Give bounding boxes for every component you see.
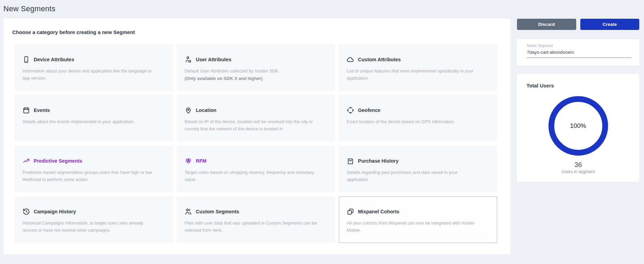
category-title: Location [196,108,216,113]
user-badge-icon [185,56,192,63]
shopping-bag-icon [347,157,354,165]
category-card-purchase-history[interactable]: Purchase HistoryDetails regarding past p… [339,146,497,192]
category-title: Custom Segments [196,209,239,214]
category-card-header: Purchase History [347,157,489,165]
category-description: All your cohorts from Mixpanel can now b… [347,219,489,234]
users-icon [185,208,192,215]
category-description: Prediction based segmentation groups use… [22,169,165,183]
location-pin-icon [185,106,192,114]
category-card-geofence[interactable]: GeofenceExact location of the device bas… [339,95,497,142]
category-title: Purchase History [358,158,398,164]
category-title: Predictive Segments [34,158,82,164]
overlap-squares-icon [347,208,354,215]
category-card-header: Custom Segments [185,208,327,215]
category-card-header: Location [185,106,327,114]
discard-button[interactable]: Discard [517,19,576,30]
total-users-title: Total Users [527,83,630,88]
category-title: Device Attributes [34,57,74,62]
history-clock-icon [22,208,30,215]
category-title: Campaign History [34,209,76,214]
category-card-custom-segments[interactable]: Custom SegmentsFiles with user data that… [177,196,335,243]
cloud-icon [347,56,354,63]
geofence-icon [347,106,354,114]
category-title: Mixpanel Cohorts [358,209,399,214]
category-card-header: Events [22,106,165,114]
category-card-custom-attributes[interactable]: Custom AttributesList of unique features… [339,44,497,91]
category-description: List of unique features that were implem… [347,67,489,82]
category-card-header: Campaign History [22,208,165,215]
panel-subtitle: Choose a category before creating a new … [12,29,135,35]
category-grid: Device AttributesInformation about your … [15,44,497,243]
category-description: Details regarding past purchases and dat… [347,169,489,183]
category-card-header: User Attributes [185,56,327,63]
name-segment-label: Name Segment [527,44,631,48]
category-card-predictive-segments[interactable]: Predictive SegmentsPrediction based segm… [15,146,173,192]
category-description-note: (Only available on SDK X and higher) [185,75,327,82]
page-title: New Segments [3,4,56,13]
categories-panel: Choose a category before creating a new … [3,18,511,254]
category-card-header: Custom Attributes [347,56,489,63]
category-title: User Attributes [196,57,231,62]
category-description: Target users based on shopping recency, … [185,169,327,183]
category-card-device-attributes[interactable]: Device AttributesInformation about your … [15,44,173,91]
category-description: Details about the events implemented in … [22,118,165,125]
name-segment-input[interactable] [527,48,631,58]
category-description: Files with user data that was uploaded i… [185,219,327,234]
category-description: Default User Attributes collected by Ins… [185,67,327,75]
total-users-card: Total Users 100% 36 Users in segment [517,74,639,182]
create-button[interactable]: Create [580,19,640,30]
category-description: Based on IP of the device, location will… [185,118,327,133]
category-card-events[interactable]: EventsDetails about the events implement… [15,95,173,142]
action-buttons: Discard Create [517,19,639,30]
name-segment-card: Name Segment [517,39,639,66]
donut-percentage: 100% [548,96,608,156]
category-description: Historical Campaigns information, to tar… [22,219,165,234]
venn-icon [185,157,192,165]
category-card-header: Device Attributes [22,56,165,63]
users-in-segment-count: 36 [527,161,630,169]
category-title: Custom Attributes [358,57,401,62]
category-card-user-attributes[interactable]: User AttributesDefault User Attributes c… [177,44,335,91]
category-card-mixpanel-cohorts[interactable]: Mixpanel CohortsAll your cohorts from Mi… [339,196,497,243]
trend-up-icon [22,157,30,165]
category-card-header: Mixpanel Cohorts [347,208,489,215]
sidebar: Discard Create Name Segment Total Users … [517,19,639,182]
category-description: Information about your device and applic… [22,67,165,82]
device-icon [22,56,30,63]
total-users-donut-chart: 100% [548,96,608,156]
category-card-header: Geofence [347,106,489,114]
category-card-header: RFM [185,157,327,165]
category-card-campaign-history[interactable]: Campaign HistoryHistorical Campaigns inf… [15,196,173,243]
category-card-header: Predictive Segments [22,157,165,165]
calendar-icon [22,106,30,114]
category-title: Events [34,108,50,113]
category-card-location[interactable]: LocationBased on IP of the device, locat… [177,95,335,142]
category-card-rfm[interactable]: RFMTarget users based on shopping recenc… [177,146,335,192]
users-in-segment-caption: Users in segment [527,169,630,174]
category-title: Geofence [358,108,380,113]
category-description: Exact location of the device based on GP… [347,118,489,125]
category-title: RFM [196,158,206,164]
